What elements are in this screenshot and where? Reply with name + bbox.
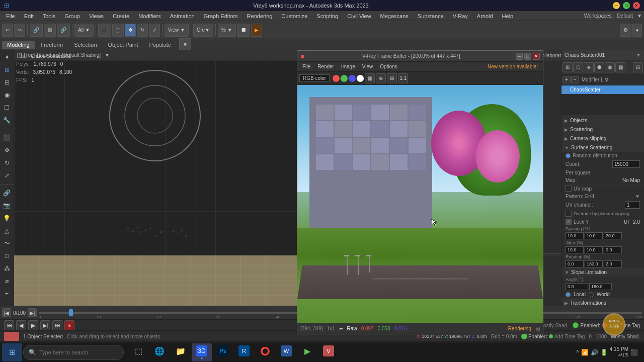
color-blue[interactable]	[349, 75, 356, 82]
tab-populate[interactable]: Populate	[144, 41, 176, 49]
vray-menu-options[interactable]: Options	[377, 63, 400, 70]
maximize-button[interactable]: □	[623, 2, 630, 9]
taskbar-chrome[interactable]: ⭕	[255, 343, 275, 361]
move-button[interactable]: ✥	[125, 24, 136, 37]
menu-substance[interactable]: Substance	[414, 12, 448, 20]
taskbar-photoshop[interactable]: Ps	[213, 343, 233, 361]
move-tool-icon[interactable]: ✥	[1, 144, 13, 156]
vray-tb-100[interactable]: 1:1	[398, 73, 408, 83]
taskbar-revit[interactable]: R	[234, 343, 254, 361]
vray-menu-image[interactable]: Image	[338, 63, 358, 70]
uv-map-check[interactable]	[566, 186, 572, 192]
tray-battery[interactable]: 🔋	[600, 349, 608, 356]
camera-tool-icon[interactable]: 📷	[1, 200, 13, 212]
rotation-z[interactable]	[604, 260, 622, 267]
taskbar-search[interactable]: 🔍	[23, 345, 124, 360]
vray-tb-zoom[interactable]: ⊕	[376, 73, 386, 83]
section-surface-header[interactable]: ▼ Surface Scattering	[561, 143, 644, 152]
sub-toolbar-extra[interactable]: ▼	[179, 38, 191, 51]
rotate-tool-icon[interactable]: ↻	[1, 157, 13, 169]
tray-notifications[interactable]: ⬛	[630, 349, 638, 356]
menu-scripting[interactable]: Scripting	[312, 12, 342, 20]
spacing-x[interactable]	[566, 232, 584, 239]
menu-customize[interactable]: Customize	[277, 12, 311, 20]
jitter-y[interactable]	[585, 246, 603, 253]
radio-random-dist[interactable]	[566, 153, 571, 158]
modify-panel-icon[interactable]: ⊞	[1, 64, 13, 76]
motion-panel-icon[interactable]: ◉	[1, 89, 13, 101]
light-tool-icon[interactable]: 💡	[1, 212, 13, 224]
menu-file[interactable]: File	[2, 12, 19, 20]
menu-animation[interactable]: Animation	[166, 12, 199, 20]
select-region-button[interactable]: ⬚	[112, 24, 124, 37]
rotation-x[interactable]	[566, 260, 584, 267]
taskbar-search-input[interactable]	[39, 349, 110, 355]
anim-first-frame[interactable]: ⏮	[4, 320, 14, 330]
percent-input[interactable]: % ▼	[218, 24, 236, 37]
rotation-y[interactable]	[585, 260, 603, 267]
add-modifier-btn[interactable]: +	[562, 76, 571, 83]
hierarchy-panel-icon[interactable]: ⊟	[1, 76, 13, 88]
undo-button[interactable]: ↩	[2, 24, 13, 37]
scale-button[interactable]: ⤢	[149, 24, 160, 37]
vray-window-maximize[interactable]: □	[524, 53, 531, 60]
mod-icon-3[interactable]: ◈	[584, 62, 594, 72]
radio-local[interactable]	[566, 292, 571, 297]
menu-group[interactable]: Group	[60, 12, 84, 20]
jitter-x[interactable]	[566, 246, 584, 253]
mod-icon-grid[interactable]: ⊟	[633, 62, 643, 72]
tab-selection[interactable]: Selection	[69, 41, 102, 49]
anim-record[interactable]: ●	[64, 320, 74, 330]
vray-menu-file[interactable]: File	[299, 63, 313, 70]
tl-end-btn[interactable]: ▶|	[28, 308, 37, 317]
vray-render-image[interactable]	[297, 85, 543, 323]
section-objects-header[interactable]: ▶ Objects	[561, 116, 644, 125]
taskbar-app-extra-2[interactable]: V	[318, 343, 339, 361]
menu-views[interactable]: Views	[85, 12, 108, 20]
menu-arnold[interactable]: Arnold	[473, 12, 497, 20]
minimize-button[interactable]: ─	[613, 2, 620, 9]
particle-tool-icon[interactable]: ⁂	[1, 262, 13, 275]
menu-megascans[interactable]: Megascans	[376, 12, 413, 20]
anim-play-pause[interactable]: ▶	[28, 320, 38, 330]
angle-min[interactable]	[566, 283, 588, 290]
menu-vray[interactable]: V-Ray	[449, 12, 472, 20]
angle-max[interactable]	[589, 283, 612, 290]
spline-tool-icon[interactable]: 〜	[1, 237, 13, 249]
pattern-dropdown[interactable]: ▼	[635, 194, 640, 199]
jitter-z[interactable]	[604, 246, 622, 253]
anim-next-frame[interactable]: ▶|	[40, 320, 50, 330]
scale-tool-icon[interactable]: ⤢	[1, 169, 13, 182]
color-red[interactable]	[333, 75, 340, 82]
create-panel-icon[interactable]: ✦	[1, 51, 13, 63]
tray-network[interactable]: 📶	[581, 349, 589, 356]
helper-tool-icon[interactable]: +	[1, 288, 13, 300]
planar-map-check[interactable]	[566, 211, 572, 217]
taskbar-edge[interactable]: 🌐	[149, 343, 170, 361]
taskbar-file-explorer[interactable]: 📁	[171, 343, 191, 361]
select-tool-icon[interactable]: ⬛	[1, 132, 13, 144]
workspace-dropdown[interactable]: ▼	[637, 13, 642, 19]
menu-create[interactable]: Create	[109, 12, 133, 20]
radio-world[interactable]	[589, 292, 594, 297]
bind-button[interactable]: 🔗	[57, 24, 70, 37]
count-input[interactable]	[612, 160, 640, 168]
render-button[interactable]: ▶	[251, 24, 262, 37]
taskbar-word[interactable]: W	[276, 343, 296, 361]
select-link-button[interactable]: 🔗	[30, 24, 43, 37]
vray-window-close[interactable]: ✕	[533, 53, 540, 60]
mod-icon-5[interactable]: ◉	[605, 62, 615, 72]
vray-menu-render[interactable]: Render	[314, 63, 337, 70]
mod-dropdown-arrow[interactable]: ▼	[636, 52, 641, 58]
tray-arrow[interactable]: ^	[576, 349, 579, 356]
section-camera-header[interactable]: ▶ Camera clipping	[561, 134, 644, 143]
vray-tb-histogram[interactable]: ▦	[365, 73, 375, 83]
taskbar-task-view[interactable]: ⬚	[128, 343, 148, 361]
mod-icon-2[interactable]: ⬡	[573, 62, 583, 72]
taskbar-app-extra-1[interactable]: ▶	[297, 343, 317, 361]
link-tool-icon[interactable]: 🔗	[1, 187, 13, 199]
vray-window-minimize[interactable]: ─	[516, 53, 523, 60]
snap-button[interactable]: 🔲	[237, 24, 250, 37]
vray-tb-fit[interactable]: ⊞	[387, 73, 397, 83]
menu-modifiers[interactable]: Modifiers	[134, 12, 165, 20]
